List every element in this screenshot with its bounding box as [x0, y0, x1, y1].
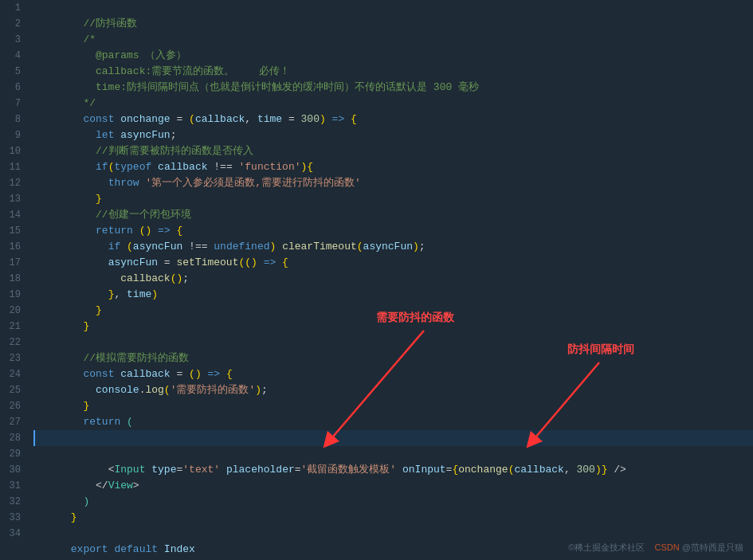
code-editor: 1 2 3 4 5 6 7 8 9 10 11 12 13 14 15 16 1… — [0, 0, 753, 560]
code-line: //判断需要被防抖的函数是否传入 — [33, 127, 753, 143]
code-line: } — [33, 175, 753, 191]
code-line: ) — [33, 478, 753, 494]
code-line: @params （入参） — [33, 32, 753, 48]
code-line: <View className='index'> — [33, 414, 753, 430]
code-line: /* — [33, 16, 753, 32]
code-line: console.log('需要防抖的函数'); — [33, 366, 753, 382]
code-line — [33, 319, 753, 335]
watermark: ©稀土掘金技术社区 CSDN @范特西是只猫 — [568, 542, 743, 554]
watermark-csdn: CSDN — [655, 542, 680, 552]
code-line: }, time) — [33, 271, 753, 287]
watermark-prefix: ©稀土掘金技术社区 — [568, 542, 645, 552]
code-line: } — [33, 287, 753, 303]
code-line: const onchange = (callback, time = 300) … — [33, 96, 753, 112]
code-line: //防抖函数 — [33, 0, 753, 16]
code-line: time:防抖间隔时间点（也就是倒计时触发的缓冲时间）不传的话默认是 300 毫… — [33, 64, 753, 80]
code-line: export default Index — [33, 526, 753, 542]
code-line: asyncFun = setTimeout(() => { — [33, 239, 753, 255]
code-line: const callback = () => { — [33, 350, 753, 366]
code-line: } — [33, 382, 753, 398]
code-line: if (asyncFun !== undefined) clearTimeout… — [33, 223, 753, 239]
code-line: callback(); — [33, 255, 753, 271]
watermark-author: @范特西是只猫 — [682, 542, 743, 552]
code-content[interactable]: //防抖函数 /* @params （入参） callback:需要节流的函数。… — [25, 0, 753, 560]
line-numbers: 1 2 3 4 5 6 7 8 9 10 11 12 13 14 15 16 1… — [0, 0, 25, 560]
active-code-line — [33, 430, 753, 446]
code-line: */ — [33, 80, 753, 96]
code-line: <Input type='text' placeholder='截留函数触发模板… — [33, 446, 753, 462]
code-line: } — [33, 303, 753, 319]
code-line: } — [33, 494, 753, 510]
code-line — [33, 510, 753, 526]
code-line: throw '第一个入参必须是函数,需要进行防抖的函数' — [33, 159, 753, 175]
code-line: //模拟需要防抖的函数 — [33, 335, 753, 350]
code-line: return () => { — [33, 207, 753, 223]
code-line: callback:需要节流的函数。 必传！ — [33, 48, 753, 64]
code-line: if(typeof callback !== 'function'){ — [33, 143, 753, 159]
code-line: return ( — [33, 398, 753, 414]
code-line: //创建一个闭包环境 — [33, 191, 753, 207]
code-line: </View> — [33, 462, 753, 478]
code-line: let asyncFun; — [33, 112, 753, 127]
